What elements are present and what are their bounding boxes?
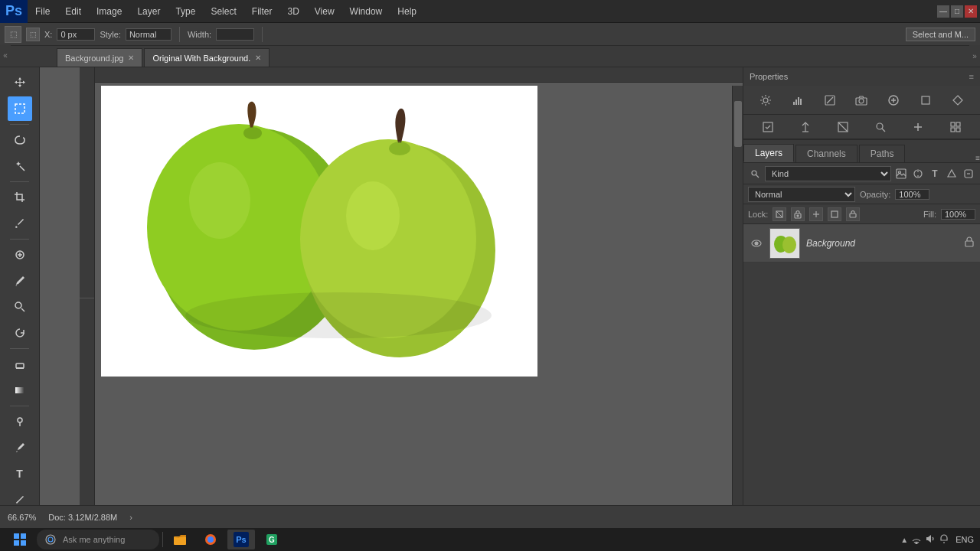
menu-window[interactable]: Window [342,0,390,22]
minimize-button[interactable]: — [937,5,949,18]
lock-all-btn[interactable] [846,207,860,221]
x-input[interactable] [57,28,95,41]
crop-tool[interactable] [8,185,32,210]
eraser-tool[interactable] [8,352,32,377]
adj-icon-brightness[interactable] [756,91,775,109]
adj-icon-curves[interactable] [821,91,839,109]
canvas-document[interactable] [101,86,537,377]
adj-icon-diamond[interactable] [949,91,967,109]
move-tool[interactable] [8,70,32,95]
blend-mode-select[interactable]: Normal Dissolve Multiply Screen Overlay [748,187,855,202]
adj-icon-camera[interactable] [852,91,871,109]
kind-filter-select[interactable]: Kind [765,166,891,181]
options-tool-icon[interactable]: ⬚ [5,26,21,43]
width-input[interactable] [216,28,254,41]
taskbar-search[interactable]: Ask me anything [37,530,159,549]
history-brush-tool[interactable] [8,321,32,345]
layer-item-background[interactable]: Background [743,224,980,262]
firefox-icon [203,532,218,547]
tab-original[interactable]: Original With Background. ✕ [144,48,270,67]
canvas-area[interactable] [40,67,743,528]
options-feather-icon[interactable]: ⬚ [26,28,40,41]
adj-icon-check-rect[interactable] [759,118,777,136]
gradient-tool[interactable] [8,378,32,403]
tab-original-close[interactable]: ✕ [255,54,261,62]
vertical-scrollbar[interactable] [732,86,743,517]
marquee-tool[interactable] [8,96,32,121]
menu-filter[interactable]: Filter [244,0,280,22]
adj-icon-levels[interactable] [789,91,807,109]
adj-icon-grid[interactable] [946,118,965,136]
lasso-tool[interactable] [8,128,32,152]
taskbar-photoshop[interactable]: Ps [227,530,255,549]
menu-3d[interactable]: 3D [279,0,306,22]
filter-adjustment-icon[interactable] [911,167,925,181]
opacity-input[interactable] [895,189,929,200]
menu-image[interactable]: Image [89,0,129,22]
tab-background[interactable]: Background.jpg ✕ [57,48,142,67]
taskbar-file-explorer[interactable] [166,530,194,549]
start-button[interactable] [6,530,34,549]
menu-layer[interactable]: Layer [129,0,168,22]
taskbar-firefox[interactable] [197,530,224,549]
lock-pixels-btn[interactable] [791,207,805,221]
tray-volume[interactable] [925,533,936,546]
style-input[interactable] [126,28,172,41]
layers-panel-menu[interactable]: ≡ [975,154,980,162]
lock-transparent-btn[interactable] [773,207,786,221]
adj-icon-add2[interactable] [909,118,927,136]
svg-rect-37 [800,99,802,105]
dodge-tool[interactable] [8,409,32,434]
eyedropper-tool[interactable] [8,211,32,236]
brush-tool[interactable] [8,269,32,293]
adj-icon-scale[interactable] [796,118,815,136]
svg-point-102 [916,543,917,544]
filter-type-icon[interactable]: T [928,167,942,181]
adj-icon-search[interactable] [871,118,890,136]
layer-name: Background [806,238,959,249]
maximize-button[interactable]: □ [951,5,963,18]
pen-tool[interactable] [8,435,32,460]
svg-point-9 [18,418,22,422]
filter-smart-icon[interactable] [962,167,975,181]
tab-paths[interactable]: Paths [859,145,906,162]
tab-layers[interactable]: Layers [743,144,794,162]
clone-tool[interactable] [8,295,32,319]
adj-icon-rect[interactable] [916,91,935,109]
svg-point-25 [763,98,768,103]
select-mask-button[interactable]: Select and M... [906,28,975,41]
menu-help[interactable]: Help [390,0,424,22]
svg-rect-91 [14,533,19,539]
heal-tool[interactable] [8,243,32,267]
menu-view[interactable]: View [307,0,342,22]
tab-background-close[interactable]: ✕ [128,54,134,62]
menu-edit[interactable]: Edit [57,0,89,22]
tab-channels[interactable]: Channels [795,145,858,162]
tray-up-arrow[interactable]: ▲ [900,536,908,544]
tabs-scroll-right[interactable]: » [969,45,980,67]
system-tray: ▲ ENG [900,533,974,546]
properties-menu[interactable]: ≡ [969,72,974,81]
text-tool[interactable]: T [8,461,32,486]
close-button[interactable]: ✕ [965,5,977,18]
filter-shape-icon[interactable] [945,167,959,181]
adj-icon-mask[interactable] [834,118,852,136]
tabs-scroll-left[interactable]: « [0,44,11,66]
tray-clock[interactable]: ENG [956,535,974,544]
lock-position-btn[interactable] [809,207,823,221]
fill-input[interactable] [941,209,975,220]
tray-network[interactable] [911,533,922,546]
layer-visibility-toggle[interactable] [750,236,763,250]
adj-icon-add[interactable] [884,91,903,109]
menu-select[interactable]: Select [203,0,243,22]
vertical-scrollbar-thumb[interactable] [734,101,742,147]
lock-artboard-btn[interactable] [828,207,841,221]
filter-image-icon[interactable] [894,167,908,181]
status-expand-btn[interactable]: › [129,513,132,522]
taskbar-app-green[interactable]: G [258,530,286,549]
magic-wand-tool[interactable] [8,154,32,178]
menu-type[interactable]: Type [168,0,203,22]
menu-file[interactable]: File [28,0,57,22]
opacity-label: Opacity: [860,190,890,199]
tray-notification[interactable] [939,533,949,546]
